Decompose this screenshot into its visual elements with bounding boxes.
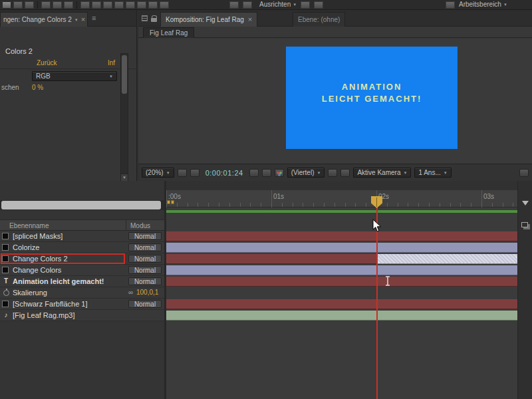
lock-icon[interactable] xyxy=(151,18,157,22)
resolution-dropdown[interactable]: (Viertel) ▼ xyxy=(287,168,325,178)
region-of-interest-icon[interactable] xyxy=(328,169,337,177)
scrollbar-track[interactable] xyxy=(120,53,128,183)
grid-toggle-icon[interactable] xyxy=(314,1,323,9)
resolution-value: (Viertel) xyxy=(291,169,315,176)
workspace-icon[interactable] xyxy=(446,1,455,9)
view-options-icon[interactable] xyxy=(519,169,529,177)
camera-tool-icon[interactable] xyxy=(53,1,62,9)
effect-reset-link[interactable]: Zurück xyxy=(37,59,57,66)
layer-row-change-colors[interactable]: Change Colors Normal xyxy=(0,265,164,276)
effect-info-link[interactable]: Inf xyxy=(108,59,115,66)
layer-color-swatch[interactable] xyxy=(2,233,9,239)
zoom-tool-icon[interactable] xyxy=(25,1,34,9)
camera-view-dropdown[interactable]: Aktive Kamera ▼ xyxy=(353,168,411,178)
work-area-start-handle[interactable] xyxy=(167,200,170,204)
layer-row-spliced-masks[interactable]: [spliced Masks] Normal xyxy=(0,231,164,242)
work-area-bar[interactable] xyxy=(166,210,517,213)
effect-controls-tab[interactable]: ngen: Change Colors 2 ▼ × xyxy=(0,12,88,27)
layer-color-swatch[interactable] xyxy=(2,301,9,307)
brush-tool-icon[interactable] xyxy=(114,1,124,9)
property-row-skalierung[interactable]: Skalierung ∞ 100,0,1 xyxy=(0,287,164,299)
layer-bar-fig-leaf-rag-audio[interactable] xyxy=(166,311,517,321)
layer-bar-animation-text[interactable] xyxy=(166,277,517,287)
blend-mode-button[interactable]: Normal xyxy=(128,266,162,274)
layer-name[interactable]: [Schwarz Farbfläche 1] xyxy=(13,300,88,308)
layer-color-swatch[interactable] xyxy=(2,244,9,251)
blend-mode-button[interactable]: Normal xyxy=(128,255,162,263)
workspace-menu[interactable]: Arbeitsbereich ▼ xyxy=(459,1,507,8)
layer-bar-spliced-masks[interactable] xyxy=(166,231,517,241)
playhead-line[interactable] xyxy=(376,207,378,399)
layer-bar-schwarz-farbflaeche[interactable] xyxy=(166,299,517,309)
pen-tool-icon[interactable] xyxy=(92,1,101,9)
layer-row-colorize[interactable]: Colorize Normal xyxy=(0,242,164,253)
composition-canvas[interactable]: ANIMATION LEICHT GEMACHT! xyxy=(286,47,458,149)
param-value[interactable]: 0 % xyxy=(32,84,43,91)
composition-viewport[interactable]: ANIMATION LEICHT GEMACHT! xyxy=(138,39,532,164)
snap-icon[interactable] xyxy=(243,1,252,9)
layer-bar-change-colors-2-left[interactable] xyxy=(166,254,377,264)
layer-bar-change-colors-2-selected[interactable] xyxy=(377,254,517,264)
roto-brush-tool-icon[interactable] xyxy=(148,1,158,9)
clone-stamp-tool-icon[interactable] xyxy=(126,1,135,9)
toggle-transparency-icon[interactable] xyxy=(340,169,350,177)
snapshot-camera-icon[interactable] xyxy=(249,169,259,177)
scale-value[interactable]: 100,0,1 xyxy=(136,289,158,296)
mask-feather-icon[interactable] xyxy=(301,1,310,9)
comp-mini-flowchart-icon[interactable] xyxy=(521,222,528,227)
work-area-handle[interactable] xyxy=(171,200,174,204)
blend-mode-button[interactable]: Normal xyxy=(128,300,162,308)
viewer-tab[interactable]: Fig Leaf Rag xyxy=(143,27,194,38)
view-layout-dropdown[interactable]: 1 Ans... ▼ xyxy=(414,168,451,178)
blend-mode-button[interactable]: Normal xyxy=(128,232,162,240)
close-icon[interactable]: × xyxy=(248,16,252,23)
zoom-dropdown[interactable]: (20%) ▼ xyxy=(142,168,174,178)
layer-color-swatch[interactable] xyxy=(2,267,9,273)
timeline-hscroll-thumb[interactable] xyxy=(1,201,161,209)
layer-row-animation-text[interactable]: T Animation leicht gemacht! Normal xyxy=(0,276,164,287)
type-tool-icon[interactable] xyxy=(103,1,112,9)
layer-row-schwarz-farbflaeche[interactable]: [Schwarz Farbfläche 1] Normal xyxy=(0,299,164,310)
mask-shape-tool-icon[interactable] xyxy=(80,1,90,9)
rotation-tool-icon[interactable] xyxy=(41,1,51,9)
stopwatch-icon[interactable] xyxy=(3,290,9,296)
effect-name[interactable]: Colors 2 xyxy=(5,47,33,55)
time-ruler[interactable]: :00s 01s 02s 03s xyxy=(166,190,517,207)
hand-tool-icon[interactable] xyxy=(13,1,23,9)
panel-menu-icon[interactable]: ≡ xyxy=(92,15,96,22)
layer-name[interactable]: Animation leicht gemacht! xyxy=(13,277,104,285)
layer-name[interactable]: Change Colors xyxy=(13,266,61,274)
layer-name[interactable]: Colorize xyxy=(13,243,39,251)
comp-marker-bin-icon[interactable] xyxy=(522,201,529,205)
tab-layer[interactable]: Ebene: (ohne) xyxy=(293,12,345,27)
layer-bar-colorize[interactable] xyxy=(166,243,517,253)
layer-row-change-colors-2[interactable]: Change Colors 2 Normal xyxy=(0,253,164,265)
scrollbar-thumb[interactable] xyxy=(122,55,127,94)
column-divider[interactable] xyxy=(126,220,126,231)
property-name[interactable]: Skalierung xyxy=(13,289,47,297)
ausrichten-menu[interactable]: Ausrichten ▼ xyxy=(259,1,297,8)
close-icon[interactable]: × xyxy=(81,16,85,23)
layer-row-fig-leaf-rag-audio[interactable]: ♪ [Fig Leaf Rag.mp3] xyxy=(0,310,164,321)
colorspace-dropdown[interactable]: RGB ▼ xyxy=(32,71,117,81)
blend-mode-button[interactable]: Normal xyxy=(128,243,162,251)
puppet-pin-tool-icon[interactable] xyxy=(160,1,169,9)
eraser-tool-icon[interactable] xyxy=(137,1,146,9)
layer-bar-change-colors[interactable] xyxy=(166,265,517,275)
constrain-link-icon[interactable]: ∞ xyxy=(128,289,133,296)
tab-composition[interactable]: Komposition: Fig Leaf Rag × xyxy=(160,12,257,27)
show-snapshot-icon[interactable] xyxy=(262,169,271,177)
zoom-value: (20%) xyxy=(146,169,164,176)
blend-mode-button[interactable]: Normal xyxy=(128,277,162,285)
align-panel-icon[interactable] xyxy=(229,1,239,9)
pan-behind-tool-icon[interactable] xyxy=(64,1,73,9)
timecode-display[interactable]: 0:00:01:24 xyxy=(205,169,243,177)
transparency-grid-icon[interactable] xyxy=(190,169,200,177)
panel-grip-icon[interactable] xyxy=(142,15,148,21)
safe-zones-icon[interactable] xyxy=(178,169,187,177)
timeline-hscroll-track[interactable] xyxy=(0,200,164,210)
selection-tool-icon[interactable] xyxy=(2,1,11,9)
layer-name[interactable]: [spliced Masks] xyxy=(13,232,63,240)
channels-icon[interactable] xyxy=(275,169,284,177)
layer-name[interactable]: [Fig Leaf Rag.mp3] xyxy=(13,311,75,319)
